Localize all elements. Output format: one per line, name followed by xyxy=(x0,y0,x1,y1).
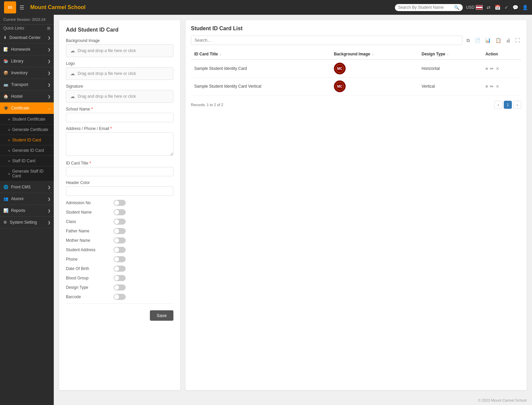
search-icon[interactable]: 🔍 xyxy=(454,5,459,10)
sidebar-sub-generate-certificate[interactable]: Generate Certificate xyxy=(0,125,54,135)
id-card-title-input[interactable] xyxy=(66,167,173,176)
student-name-toggle[interactable] xyxy=(114,209,126,215)
sidebar-sub-staff-id-card[interactable]: Staff ID Card xyxy=(0,156,54,166)
sidebar-sub-generate-staff-id-card[interactable]: Generate Staff ID Card xyxy=(0,166,54,181)
chevron-icon: ❯ xyxy=(48,221,50,224)
admission-no-toggle-row: Admission No xyxy=(66,200,173,206)
homework-icon: 📝 xyxy=(3,47,8,52)
user-avatar[interactable]: 👤 xyxy=(522,5,528,10)
pdf-icon[interactable]: 📋 xyxy=(494,36,502,45)
sidebar-item-hostel[interactable]: 🏠 Hostel ❯ xyxy=(0,91,54,102)
father-name-toggle[interactable] xyxy=(114,228,126,234)
sidebar-item-homework[interactable]: 📝 Homework ❯ xyxy=(0,44,54,55)
transfer-icon[interactable]: ⇄ xyxy=(487,5,491,10)
phone-toggle[interactable] xyxy=(114,256,126,262)
signature-group: Signature ☁ Drag and drop a file here or… xyxy=(66,84,173,103)
csv-icon[interactable]: 📄 xyxy=(473,36,482,45)
fullscreen-icon[interactable]: ⛶ xyxy=(514,36,521,45)
excel-icon[interactable]: 📊 xyxy=(484,36,492,45)
school-emblem-svg: MC xyxy=(334,80,346,92)
sidebar-item-library[interactable]: 📚 Library ❯ xyxy=(0,55,54,67)
sidebar-label: Inventory xyxy=(11,71,28,75)
col-id-card-title: ID Card Title ↕ xyxy=(191,49,330,59)
school-name: Mount Carmel School xyxy=(30,4,392,10)
sidebar-item-certificate[interactable]: 🎓 Certificate ⌄ xyxy=(0,102,54,114)
sidebar-label: System Setting xyxy=(10,220,37,225)
sidebar-item-transport[interactable]: 🚌 Transport ❯ xyxy=(0,79,54,91)
sort-icon[interactable]: ↕ xyxy=(372,53,374,56)
sidebar-item-download-center[interactable]: ⬇ Download Center ❯ xyxy=(0,32,54,44)
sidebar-item-system-setting[interactable]: ⚙ System Setting ❯ xyxy=(0,217,54,228)
grid-icon[interactable]: ⊞ xyxy=(47,26,50,31)
school-name-input[interactable] xyxy=(66,113,173,122)
header-color-input[interactable] xyxy=(66,186,173,196)
sidebar-sub-generate-id-card[interactable]: Generate ID Card xyxy=(0,145,54,156)
school-name-group: School Name * xyxy=(66,107,173,122)
sidebar-item-inventory[interactable]: 📦 Inventory ❯ xyxy=(0,67,54,79)
sidebar-sub-student-id-card[interactable]: Student ID Card xyxy=(0,135,54,145)
sort-icon[interactable]: ↕ xyxy=(447,53,449,56)
sidebar: Current Session: 2023-24 Quick Links ⊞ ⬇… xyxy=(0,15,54,405)
sub-item-label: Student Certificate xyxy=(12,117,45,122)
signature-label: Signature xyxy=(66,84,173,89)
edit-icon[interactable]: ✏ xyxy=(490,66,494,71)
delete-icon[interactable]: ✕ xyxy=(496,66,499,71)
sidebar-sub-student-certificate[interactable]: Student Certificate xyxy=(0,114,54,125)
search-bar[interactable]: 🔍 xyxy=(395,4,463,11)
background-image-drop[interactable]: ☁ Drag and drop a file here or click xyxy=(66,44,173,57)
student-name-toggle-row: Student Name xyxy=(66,209,173,215)
sidebar-item-alumni[interactable]: 👥 Alumni ❯ xyxy=(0,193,54,205)
sidebar-label: Download Center xyxy=(9,35,41,40)
header-color-label: Header Color xyxy=(66,180,173,185)
mother-name-toggle-row: Mother Name xyxy=(66,237,173,243)
sidebar-item-front-cms[interactable]: 🌐 Front CMS ❯ xyxy=(0,181,54,193)
logo-label: Logo xyxy=(66,61,173,66)
blood-group-toggle[interactable] xyxy=(114,275,126,281)
upload-icon: ☁ xyxy=(70,48,75,53)
school-emblem-svg: MC xyxy=(334,62,346,75)
father-name-toggle-row: Father Name xyxy=(66,228,173,234)
design-type-cell: Vertical xyxy=(418,78,482,95)
hamburger-icon[interactable]: ☰ xyxy=(19,4,24,11)
checklist-icon[interactable]: ✓ xyxy=(504,5,508,10)
chevron-icon: ❯ xyxy=(48,36,50,40)
design-type-toggle-row: Design Type xyxy=(66,284,173,290)
signature-drop[interactable]: ☁ Drag and drop a file here or click xyxy=(66,90,173,103)
class-toggle-row: Class xyxy=(66,219,173,225)
mother-name-toggle[interactable] xyxy=(114,237,126,243)
date-of-birth-toggle[interactable] xyxy=(114,266,126,272)
logo-group: Logo ☁ Drag and drop a file here or clic… xyxy=(66,61,173,80)
list-icon[interactable]: ≡ xyxy=(485,66,488,71)
save-button[interactable]: Save xyxy=(150,310,173,321)
calendar-icon[interactable]: 📅 xyxy=(495,5,500,10)
logo-drop[interactable]: ☁ Drag and drop a file here or click xyxy=(66,67,173,80)
next-page-button[interactable]: › xyxy=(513,101,521,109)
barcode-label: Barcode xyxy=(66,295,110,299)
whatsapp-icon[interactable]: 💬 xyxy=(513,5,518,10)
address-input[interactable] xyxy=(66,132,173,156)
student-address-toggle[interactable] xyxy=(114,247,126,253)
list-icon[interactable]: ≡ xyxy=(485,84,488,89)
sidebar-label: Reports xyxy=(11,208,25,213)
list-search-input[interactable] xyxy=(191,36,462,45)
print-icon[interactable]: 🖨 xyxy=(504,36,512,45)
admission-no-toggle[interactable] xyxy=(114,200,126,206)
sidebar-item-reports[interactable]: 📊 Reports ❯ xyxy=(0,205,54,217)
sub-item-label: Generate ID Card xyxy=(12,148,44,153)
search-input[interactable] xyxy=(398,5,452,10)
sort-icon[interactable]: ↕ xyxy=(220,53,221,56)
svg-text:MC: MC xyxy=(337,67,343,71)
action-icons: ≡ ✏ ✕ xyxy=(485,84,518,89)
copy-icon[interactable]: ⧉ xyxy=(465,36,471,45)
design-type-toggle[interactable] xyxy=(114,284,126,290)
edit-icon[interactable]: ✏ xyxy=(490,84,494,89)
list-toolbar: ⧉ 📄 📊 📋 🖨 ⛶ xyxy=(191,36,521,45)
class-toggle[interactable] xyxy=(114,219,126,225)
form-actions: Save xyxy=(66,303,173,321)
delete-icon[interactable]: ✕ xyxy=(496,84,499,89)
inventory-icon: 📦 xyxy=(3,71,8,75)
sub-item-label: Generate Staff ID Card xyxy=(12,169,50,178)
current-page-button[interactable]: 1 xyxy=(504,101,512,109)
barcode-toggle[interactable] xyxy=(114,294,126,300)
prev-page-button[interactable]: ‹ xyxy=(494,101,502,109)
